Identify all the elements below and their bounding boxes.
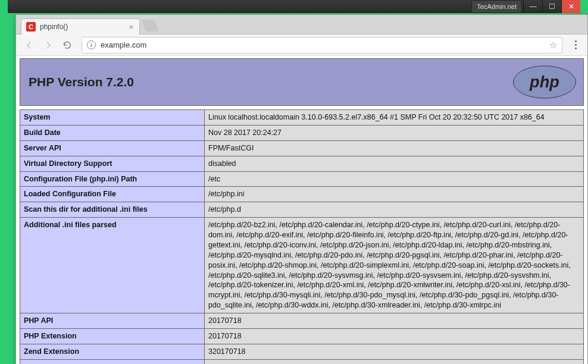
- table-row: PHP API20170718: [20, 313, 584, 329]
- row-label: Additional .ini files parsed: [20, 218, 205, 313]
- row-label: Virtual Directory Support: [20, 156, 205, 171]
- site-info-icon[interactable]: i: [87, 40, 96, 49]
- row-label: System: [20, 110, 205, 125]
- minimize-button[interactable]: —: [523, 0, 542, 13]
- table-row: Configuration File (php.ini) Path/etc: [20, 171, 584, 187]
- table-row: Server APIFPM/FastCGI: [20, 140, 584, 156]
- table-row: Scan this dir for additional .ini files/…: [20, 202, 584, 218]
- php-logo-icon: php: [512, 65, 577, 99]
- row-value: Linux localhost.localdomain 3.10.0-693.5…: [205, 110, 584, 125]
- page-viewport[interactable]: PHP Version 7.2.0 php SystemLinux localh…: [16, 56, 587, 364]
- bookmark-star-icon[interactable]: ☆: [549, 40, 557, 51]
- browser-tab[interactable]: C phpinfo() ×: [21, 18, 140, 34]
- svg-text:php: php: [529, 73, 559, 91]
- row-value: /etc/php.ini: [205, 187, 584, 202]
- phpinfo-header: PHP Version 7.2.0 php: [20, 58, 584, 106]
- row-label: PHP Extension: [20, 328, 205, 344]
- table-row: Additional .ini files parsed/etc/php.d/2…: [20, 218, 584, 313]
- row-label: Loaded Configuration File: [20, 187, 205, 202]
- table-row: SystemLinux localhost.localdomain 3.10.0…: [20, 110, 584, 125]
- row-value: Nov 28 2017 20:24:27: [205, 125, 584, 140]
- phpinfo-page: PHP Version 7.2.0 php SystemLinux localh…: [16, 56, 587, 364]
- url-text: example.com: [101, 40, 146, 49]
- phpinfo-table: SystemLinux localhost.localdomain 3.10.0…: [20, 109, 584, 364]
- os-titlebar: TecAdmin.net — ☐ ✕: [8, 0, 580, 13]
- row-label: Build Date: [20, 125, 205, 140]
- tab-title: phpinfo(): [40, 23, 68, 31]
- row-label: Configuration File (php.ini) Path: [20, 171, 205, 187]
- table-row: Build DateNov 28 2017 20:24:27: [20, 125, 584, 140]
- row-label: Server API: [20, 140, 205, 156]
- row-value: FPM/FastCGI: [205, 140, 584, 156]
- row-value: 20170718: [205, 313, 584, 329]
- row-value: 320170718: [205, 344, 584, 359]
- row-label: Scan this dir for additional .ini files: [20, 202, 205, 218]
- forward-button[interactable]: [40, 37, 57, 54]
- address-bar[interactable]: i example.com ☆: [82, 37, 562, 54]
- tab-strip: C phpinfo() ×: [16, 15, 587, 34]
- row-label: Zend Extension Build: [20, 359, 205, 364]
- row-value: /etc/php.d/20-bz2.ini, /etc/php.d/20-cal…: [205, 218, 584, 313]
- window-title: TecAdmin.net: [471, 0, 522, 13]
- row-value: disabled: [205, 156, 584, 171]
- row-value: 20170718: [205, 328, 584, 344]
- row-label: PHP API: [20, 313, 205, 329]
- row-value: /etc/php.d: [205, 202, 584, 218]
- page-title: PHP Version 7.2.0: [20, 75, 134, 89]
- table-row: Zend Extension BuildAPI320170718,NTS: [20, 359, 584, 364]
- arrow-right-icon: [43, 40, 53, 50]
- browser-menu-button[interactable]: [568, 37, 583, 53]
- table-row: Zend Extension320170718: [20, 344, 584, 359]
- row-value: /etc: [205, 171, 584, 187]
- favicon-icon: C: [26, 22, 36, 32]
- reload-button[interactable]: [59, 37, 76, 54]
- arrow-left-icon: [24, 40, 34, 50]
- table-row: Virtual Directory Supportdisabled: [20, 156, 584, 171]
- table-row: Loaded Configuration File/etc/php.ini: [20, 187, 584, 202]
- table-row: PHP Extension20170718: [20, 328, 584, 344]
- row-value: API320170718,NTS: [205, 359, 584, 364]
- new-tab-button[interactable]: [141, 20, 158, 32]
- browser-toolbar: i example.com ☆: [16, 34, 587, 56]
- reload-icon: [62, 40, 72, 50]
- close-button[interactable]: ✕: [561, 0, 580, 13]
- browser-window: C phpinfo() × i example.com: [15, 14, 588, 364]
- tab-close-icon[interactable]: ×: [127, 23, 135, 32]
- row-label: Zend Extension: [20, 344, 205, 359]
- back-button[interactable]: [21, 37, 37, 54]
- maximize-button[interactable]: ☐: [542, 0, 561, 13]
